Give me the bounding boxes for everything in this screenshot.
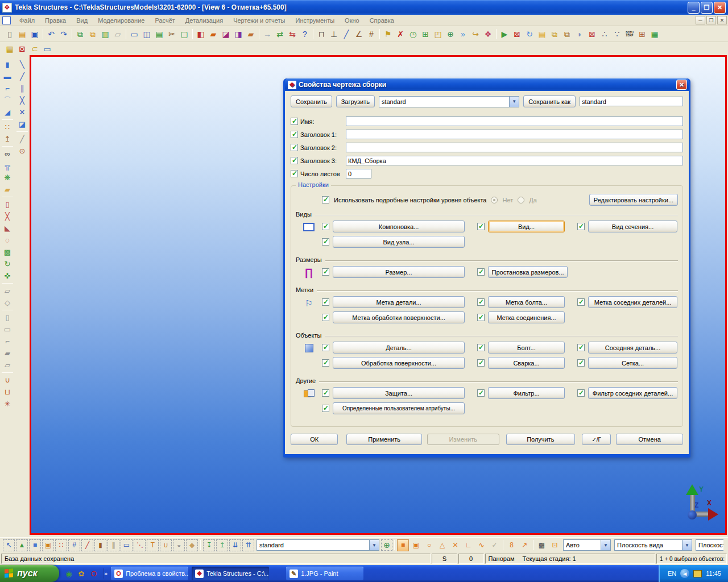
fence-measure-icon[interactable]: #	[366, 28, 377, 40]
menu-view[interactable]: Вид	[71, 16, 93, 25]
grid-plan-icon[interactable]: ⊞	[636, 28, 648, 40]
select-assembly-icon[interactable]: ▣	[42, 539, 54, 551]
sheets-checkbox[interactable]	[291, 170, 298, 177]
neighbor-filter-checkbox[interactable]	[577, 389, 585, 397]
minimize-button[interactable]: _	[688, 2, 700, 14]
taskbar-task-paint[interactable]: ✎ 1.JPG - Paint	[286, 567, 363, 580]
snap-nearest-icon[interactable]: 8	[506, 539, 518, 551]
ok-button[interactable]: ОК	[291, 434, 338, 445]
plug-green-icon[interactable]: ⇄	[274, 28, 286, 40]
save-button[interactable]: Сохранить	[291, 95, 332, 107]
mdi-child-icon[interactable]	[2, 16, 11, 24]
surface-checkbox[interactable]	[322, 359, 329, 367]
menu-modeling[interactable]: Моделирование	[93, 16, 150, 25]
redo-arrow-icon[interactable]: ↷	[58, 28, 69, 40]
section-view-button[interactable]: Вид сечения...	[588, 221, 677, 232]
dimension-icon[interactable]: ⊓	[316, 28, 327, 40]
drawing-list-icon[interactable]: ◧	[195, 28, 206, 40]
leader-pin-icon[interactable]: ⚑	[382, 28, 394, 40]
plug-red-icon[interactable]: ⇆	[287, 28, 298, 40]
import-doc-icon[interactable]: ↪	[470, 28, 481, 40]
taskbar-task-opera[interactable]: O Проблема в свойств...	[111, 567, 188, 580]
render-points-icon[interactable]: ⊡	[549, 539, 561, 551]
cut-plane-combo[interactable]: Плоскости к	[696, 539, 723, 551]
weld-checkbox[interactable]	[477, 359, 485, 367]
chevron-down-icon[interactable]: ▼	[509, 97, 519, 107]
quicklaunch-messenger-icon[interactable]: ✿	[76, 568, 86, 579]
dstu-2dxf-icon[interactable]: DSTU 2DXF	[624, 28, 635, 40]
select-u-icon[interactable]: ∪	[160, 539, 172, 551]
undo-arrow-icon[interactable]: ↶	[46, 28, 57, 40]
refresh-icon[interactable]: ↻	[524, 28, 535, 40]
select-part-t-icon[interactable]: T	[147, 539, 159, 551]
dimensioning-checkbox[interactable]	[477, 268, 485, 276]
component-rotate-icon[interactable]: ↻	[1, 258, 14, 270]
column-outline-icon[interactable]: ▯	[1, 198, 14, 210]
dimension-perpendicular-icon[interactable]: ⊥	[328, 28, 340, 40]
grid-button[interactable]: Сетка...	[588, 357, 677, 369]
stud-icon[interactable]: ↥	[1, 133, 14, 145]
globe-icon[interactable]: ⊕	[445, 28, 456, 40]
crossing-lines-icon[interactable]: ╳	[1, 210, 14, 222]
quicklaunch-opera-icon[interactable]: O	[89, 568, 99, 579]
dimensioning-button[interactable]: Простановка размеров...	[488, 266, 568, 278]
language-indicator[interactable]: EN	[668, 570, 676, 577]
title1-checkbox[interactable]	[291, 131, 298, 138]
part-checkbox[interactable]	[322, 344, 329, 351]
auto-combo[interactable]: Авто ▼	[563, 539, 611, 551]
mdi-close-button[interactable]: ✕	[717, 16, 727, 24]
curved-beam-icon[interactable]: ⌒	[1, 94, 14, 106]
bolt-mark-checkbox[interactable]	[477, 298, 485, 306]
concrete-pad-icon[interactable]: ▱	[1, 285, 14, 297]
point-intersection-icon[interactable]: ╳	[16, 94, 28, 106]
bolt-mark-button[interactable]: Метка болта...	[488, 296, 565, 308]
apply-button[interactable]: Применить	[346, 434, 421, 445]
copy-doc-icon[interactable]: ⧉	[87, 28, 98, 40]
neighbor-mark-checkbox[interactable]	[577, 298, 585, 306]
view-plane-combo[interactable]: Плоскость вида ▼	[614, 539, 692, 551]
part-mark-checkbox[interactable]	[322, 298, 329, 306]
folder-yellow-icon[interactable]: ▤	[536, 28, 548, 40]
neighbor-part-checkbox[interactable]	[577, 344, 585, 351]
copy-properties-icon[interactable]: ⧉	[75, 28, 86, 40]
toggle-checkboxes-button[interactable]: ✓/Γ	[582, 434, 611, 445]
uda-checkbox[interactable]	[322, 405, 329, 412]
uda-button[interactable]: Определенные пользователем атрибуты...	[333, 402, 465, 414]
connection-mark-checkbox[interactable]	[477, 314, 485, 321]
section-view-checkbox[interactable]	[577, 223, 585, 230]
point-on-line-icon[interactable]: ╲	[16, 59, 28, 70]
load-button[interactable]: Загрузить	[336, 95, 375, 107]
edit-settings-button[interactable]: Редактировать настройки...	[589, 194, 678, 206]
scissors-icon[interactable]: ✂	[166, 28, 177, 40]
auto-connection-icon[interactable]: ❋	[1, 172, 14, 184]
surface-mark-button[interactable]: Метка обработки поверхности...	[333, 311, 465, 323]
neighbor-filter-button[interactable]: Фильтр соседних деталей...	[588, 387, 677, 399]
grid-checkbox[interactable]	[577, 359, 585, 367]
chevron-down-icon[interactable]: ▼	[601, 540, 610, 550]
ga-drawing-icon[interactable]: ◨	[233, 28, 244, 40]
menu-edit[interactable]: Правка	[40, 16, 71, 25]
dimension-button[interactable]: Размер...	[333, 266, 465, 278]
selection-marquee-icon[interactable]: ▢	[179, 28, 190, 40]
select-component-objects-icon[interactable]: ↥	[216, 539, 228, 551]
title1-input[interactable]	[346, 130, 683, 139]
snap-center-icon[interactable]: ○	[423, 539, 435, 551]
cancel-button[interactable]: Отмена	[616, 434, 683, 445]
concrete-punch-icon[interactable]: ⊔	[1, 386, 14, 398]
select-objects-in-components-icon[interactable]: ↧	[203, 539, 215, 551]
snap-any-icon[interactable]: ✓	[489, 539, 500, 551]
close-button[interactable]: ✕	[714, 2, 726, 14]
select-assemblies-up-icon[interactable]: ⇈	[242, 539, 254, 551]
select-bolt-icon[interactable]: ▮	[94, 539, 106, 551]
concrete-beam-icon[interactable]: ▭	[1, 323, 14, 335]
start-button[interactable]: пуск	[0, 565, 59, 582]
menu-window[interactable]: Окно	[340, 16, 365, 25]
window-center-icon[interactable]: ◫	[141, 28, 152, 40]
title2-input[interactable]	[346, 143, 683, 152]
save-floppy-icon[interactable]: ▣	[29, 28, 40, 40]
selection-filter-combo[interactable]: standard ▼	[257, 539, 379, 551]
weld-button[interactable]: Сварка...	[488, 357, 565, 369]
network-tray-icon[interactable]	[693, 570, 702, 577]
select-assemblies-down-icon[interactable]: ⇊	[229, 539, 241, 551]
concrete-u-icon[interactable]: ∪	[1, 374, 14, 386]
